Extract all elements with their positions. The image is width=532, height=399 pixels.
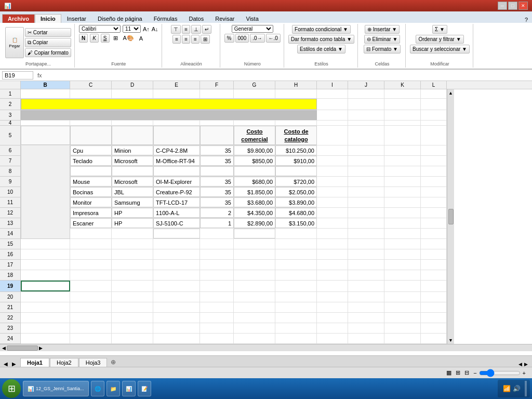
cell-subtitle[interactable]	[21, 110, 317, 120]
tab-archivo[interactable]: Archivo	[2, 14, 35, 23]
cell-k11[interactable]	[384, 197, 421, 207]
cell-k14[interactable]	[384, 229, 421, 238]
row-header-3[interactable]: 3	[0, 110, 20, 121]
cell-i10[interactable]	[317, 187, 348, 197]
cell-i14[interactable]	[317, 229, 348, 238]
fill-color-button[interactable]: A🎨	[122, 34, 136, 42]
format-painter-button[interactable]: 🖌 Copiar formato	[25, 48, 71, 57]
zoom-slider[interactable]	[479, 369, 521, 377]
cell-d13[interactable]: HP	[112, 218, 153, 228]
row-header-12[interactable]: 12	[0, 208, 20, 218]
cell-l14[interactable]	[421, 229, 447, 238]
cell-k13[interactable]	[384, 218, 421, 228]
conditional-format-button[interactable]: Formato condicional ▼	[292, 25, 351, 34]
cell-i6[interactable]	[317, 145, 348, 155]
cell-i9[interactable]	[317, 177, 348, 187]
cell-g11[interactable]: $3.680,00	[234, 197, 275, 207]
cell-f4[interactable]	[200, 121, 234, 125]
cell-f7[interactable]: 35	[200, 156, 234, 166]
sheet-scroll-right[interactable]: ▶	[524, 362, 528, 367]
col-header-h[interactable]: H	[275, 81, 317, 89]
col-header-i[interactable]: I	[317, 81, 348, 89]
cell-j13[interactable]	[348, 218, 384, 228]
row-header-22[interactable]: 22	[0, 313, 20, 323]
scroll-thumb-h[interactable]	[7, 345, 38, 351]
paste-button[interactable]: 📋 Pegar	[5, 27, 24, 58]
decimal-inc-button[interactable]: .0→	[250, 34, 264, 43]
cell-c10[interactable]: Bocinas	[70, 187, 112, 197]
cell-l5[interactable]	[421, 126, 447, 145]
cell-l8[interactable]	[421, 166, 447, 176]
scroll-thumb-v[interactable]	[448, 209, 454, 224]
cell-j10[interactable]	[348, 187, 384, 197]
cell-k8[interactable]	[384, 166, 421, 176]
view-layout-button[interactable]: ⊞	[456, 369, 460, 376]
cell-e1[interactable]	[153, 89, 200, 98]
cell-e12[interactable]: 1100-A-L	[153, 208, 200, 218]
format-button[interactable]: ⊟ Formato ▼	[364, 45, 401, 54]
close-button[interactable]: ✕	[518, 2, 528, 10]
cell-i13[interactable]	[317, 218, 348, 228]
cell-h8[interactable]	[275, 166, 317, 176]
cell-d1[interactable]	[112, 89, 153, 98]
cell-h1[interactable]	[275, 89, 317, 98]
cell-h7[interactable]: $910,00	[275, 156, 317, 166]
cell-d14[interactable]	[112, 229, 153, 238]
cell-c4[interactable]	[70, 121, 112, 125]
row-header-24[interactable]: 24	[0, 334, 20, 344]
cell-h12[interactable]: $4.680,00	[275, 208, 317, 218]
cell-k1[interactable]	[384, 89, 421, 98]
cell-g14-total[interactable]	[234, 229, 275, 238]
align-right-button[interactable]: ≡	[191, 35, 200, 44]
cell-g10[interactable]: $1.850,00	[234, 187, 275, 197]
align-middle-button[interactable]: ≡	[182, 25, 190, 34]
cell-e8[interactable]	[153, 166, 200, 176]
cell-d7[interactable]: Microsoft	[112, 156, 153, 166]
underline-button[interactable]: S	[101, 34, 110, 43]
cell-h4[interactable]	[275, 121, 317, 125]
word-quick-button[interactable]: 📝	[138, 381, 151, 396]
view-preview-button[interactable]: ⊟	[464, 369, 469, 376]
percent-button[interactable]: %	[224, 34, 234, 43]
cell-l11[interactable]	[421, 197, 447, 207]
row-header-2[interactable]: 2	[0, 99, 20, 110]
cell-j11[interactable]	[348, 197, 384, 207]
cell-j5[interactable]	[348, 126, 384, 145]
cell-f6[interactable]: 35	[200, 145, 234, 155]
row-header-7[interactable]: 7	[0, 156, 20, 166]
cell-clave-header[interactable]	[153, 126, 200, 145]
cell-k5[interactable]	[384, 126, 421, 145]
start-button[interactable]: ⊞	[2, 379, 21, 398]
italic-button[interactable]: K	[90, 34, 99, 43]
cell-l2[interactable]	[421, 99, 447, 110]
cell-g9[interactable]: $680,00	[234, 177, 275, 187]
cell-h14[interactable]	[275, 229, 317, 238]
zoom-out-button[interactable]: −	[473, 370, 476, 376]
cell-f10[interactable]: 35	[200, 187, 234, 197]
comma-button[interactable]: 000	[235, 34, 249, 43]
col-header-e[interactable]: E	[153, 81, 200, 89]
cell-k3[interactable]	[384, 110, 421, 120]
cell-k2[interactable]	[384, 99, 421, 110]
cell-i3[interactable]	[317, 110, 348, 120]
align-bottom-button[interactable]: ⊥	[191, 25, 201, 34]
cell-year-header[interactable]	[21, 126, 70, 145]
cell-e10[interactable]: Creature-P-92	[153, 187, 200, 197]
tab-insertar[interactable]: Insertar	[61, 14, 92, 23]
cell-f13[interactable]: 1	[200, 218, 234, 228]
cell-g8[interactable]	[234, 166, 275, 176]
cell-f8[interactable]	[200, 166, 234, 176]
wrap-text-button[interactable]: ↵	[202, 25, 211, 34]
tab-vista[interactable]: Vista	[241, 14, 264, 23]
cell-costo-catalogo-header[interactable]: Costo decatalogo	[275, 126, 317, 145]
find-button[interactable]: Buscar y seleccionar ▼	[410, 45, 470, 54]
cell-i5[interactable]	[317, 126, 348, 145]
row-header-19[interactable]: 19	[0, 281, 20, 292]
cell-l7[interactable]	[421, 156, 447, 166]
row-header-10[interactable]: 10	[0, 187, 20, 197]
cell-g12[interactable]: $4.350,00	[234, 208, 275, 218]
row-header-6[interactable]: 6	[0, 145, 20, 156]
cell-marca-header[interactable]	[112, 126, 153, 145]
view-normal-button[interactable]: ▦	[446, 369, 451, 376]
cell-c11[interactable]: Monitor	[70, 197, 112, 207]
